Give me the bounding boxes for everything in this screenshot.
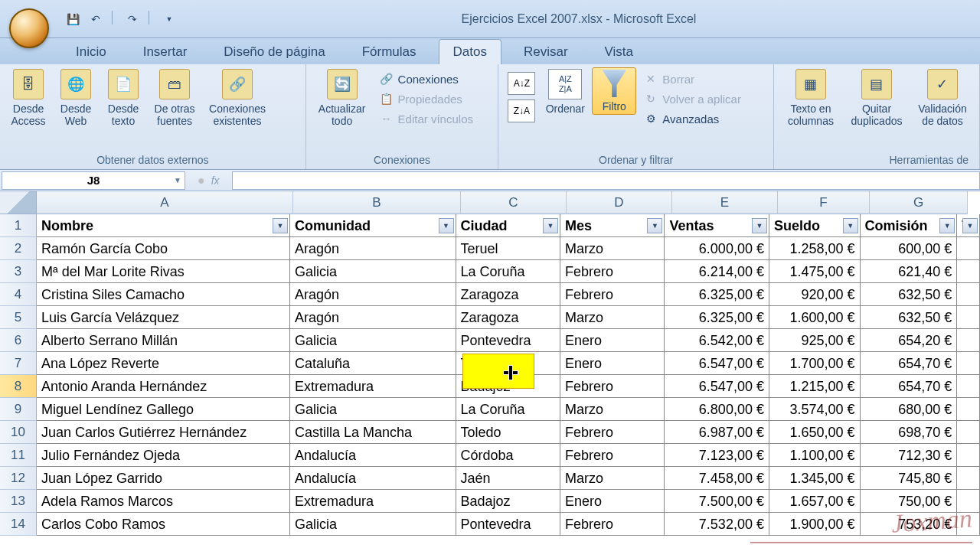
row-header[interactable]: 2 — [0, 237, 37, 260]
data-cell[interactable]: Andalucía — [290, 467, 456, 490]
data-cell[interactable]: Castilla La Mancha — [290, 421, 456, 444]
data-cell[interactable] — [957, 513, 980, 536]
data-cell[interactable] — [957, 490, 980, 513]
data-cell[interactable]: Marzo — [560, 467, 665, 490]
data-cell[interactable] — [957, 306, 980, 329]
tab-vista[interactable]: Vista — [590, 39, 648, 64]
column-header-cell[interactable]: T▼ — [957, 214, 980, 237]
col-header-b[interactable]: B — [293, 191, 461, 214]
data-cell[interactable]: 1.345,00 € — [769, 467, 861, 490]
data-cell[interactable] — [957, 421, 980, 444]
data-cell[interactable]: 7.123,00 € — [665, 444, 769, 467]
col-header-g[interactable]: G — [870, 191, 968, 214]
data-cell[interactable]: 750,00 € — [861, 490, 958, 513]
data-cell[interactable]: 1.475,00 € — [769, 260, 861, 283]
data-cell[interactable]: Luis García Velázquez — [37, 306, 290, 329]
data-cell[interactable]: Enero — [560, 352, 665, 375]
data-cell[interactable]: Julio Fernández Ojeda — [37, 444, 290, 467]
row-header[interactable]: 11 — [0, 444, 37, 467]
data-cell[interactable]: 654,20 € — [861, 329, 958, 352]
col-header-c[interactable]: C — [461, 191, 567, 214]
data-cell[interactable]: 654,70 € — [861, 352, 958, 375]
fx-icon[interactable]: fx — [211, 174, 220, 187]
data-cell[interactable]: 7.532,00 € — [665, 513, 769, 536]
row-header[interactable]: 12 — [0, 467, 37, 490]
save-icon[interactable]: 💾 — [64, 11, 81, 28]
row-header[interactable]: 14 — [0, 513, 37, 536]
data-cell[interactable]: 753,20 € — [861, 513, 958, 536]
data-cell[interactable]: Juan Carlos Gutiérrez Hernández — [37, 421, 290, 444]
connections-button[interactable]: 🔗Conexiones — [377, 70, 476, 87]
from-web-button[interactable]: 🌐Desde Web — [54, 67, 98, 129]
refresh-all-button[interactable]: 🔄Actualizar todo — [312, 67, 372, 129]
data-cell[interactable]: Antonio Aranda Hernández — [37, 375, 290, 398]
data-cell[interactable]: Badajoz — [456, 375, 560, 398]
data-cell[interactable] — [957, 237, 980, 260]
column-header-cell[interactable]: Nombre▼ — [37, 214, 290, 237]
advanced-filter-button[interactable]: ⚙Avanzadas — [641, 110, 744, 127]
filter-dropdown-button[interactable]: ▼ — [962, 218, 978, 233]
undo-icon[interactable]: ↶ — [87, 11, 104, 28]
data-cell[interactable]: 1.650,00 € — [769, 421, 861, 444]
data-cell[interactable]: Aragón — [290, 237, 456, 260]
row-header[interactable]: 13 — [0, 490, 37, 513]
office-button[interactable] — [9, 8, 49, 48]
data-cell[interactable]: Ramón García Cobo — [37, 237, 290, 260]
dropdown-icon[interactable]: ▼ — [174, 176, 181, 184]
data-cell[interactable]: 698,70 € — [861, 421, 958, 444]
data-cell[interactable]: 632,50 € — [861, 283, 958, 306]
data-cell[interactable]: 3.574,00 € — [769, 398, 861, 421]
column-header-cell[interactable]: Sueldo▼ — [769, 214, 861, 237]
data-cell[interactable]: Juan López Garrido — [37, 467, 290, 490]
tab-datos[interactable]: Datos — [439, 39, 501, 64]
tab-insertar[interactable]: Insertar — [129, 39, 202, 64]
row-header[interactable]: 10 — [0, 421, 37, 444]
data-cell[interactable]: Extremadura — [290, 375, 456, 398]
data-cell[interactable] — [957, 467, 980, 490]
name-box[interactable]: J8 ▼ — [2, 171, 185, 190]
row-header[interactable]: 6 — [0, 329, 37, 352]
data-cell[interactable]: 632,50 € — [861, 306, 958, 329]
data-cell[interactable]: Tarragona — [456, 352, 560, 375]
data-cell[interactable]: Jaén — [456, 467, 560, 490]
data-cell[interactable]: La Coruña — [456, 398, 560, 421]
data-cell[interactable] — [957, 283, 980, 306]
sort-asc-button[interactable]: A↓Z — [508, 72, 535, 95]
filter-button[interactable]: Filtro — [592, 67, 636, 115]
data-cell[interactable]: 920,00 € — [769, 283, 861, 306]
data-cell[interactable]: 6.325,00 € — [665, 306, 769, 329]
filter-dropdown-button[interactable]: ▼ — [752, 218, 767, 233]
data-cell[interactable]: Aragón — [290, 283, 456, 306]
col-header-f[interactable]: F — [778, 191, 870, 214]
data-cell[interactable]: Andalucía — [290, 444, 456, 467]
data-cell[interactable]: 654,70 € — [861, 375, 958, 398]
data-cell[interactable]: 1.700,00 € — [769, 352, 861, 375]
remove-duplicates-button[interactable]: ▤Quitar duplicados — [844, 67, 909, 129]
filter-dropdown-button[interactable]: ▼ — [939, 218, 955, 233]
filter-dropdown-button[interactable]: ▼ — [273, 218, 288, 233]
data-cell[interactable]: Cataluña — [290, 352, 456, 375]
data-cell[interactable]: Febrero — [560, 260, 665, 283]
data-cell[interactable]: 600,00 € — [861, 237, 958, 260]
column-header-cell[interactable]: Comunidad▼ — [290, 214, 456, 237]
formula-input[interactable] — [232, 171, 980, 190]
data-cell[interactable]: La Coruña — [456, 260, 560, 283]
from-other-sources-button[interactable]: 🗃De otras fuentes — [149, 67, 201, 129]
data-cell[interactable]: 7.500,00 € — [665, 490, 769, 513]
data-cell[interactable]: Alberto Serrano Millán — [37, 329, 290, 352]
data-cell[interactable]: 6.547,00 € — [665, 352, 769, 375]
data-cell[interactable]: Febrero — [560, 375, 665, 398]
data-cell[interactable] — [957, 352, 980, 375]
data-cell[interactable]: Marzo — [560, 306, 665, 329]
data-cell[interactable]: Pontevedra — [456, 329, 560, 352]
data-cell[interactable]: Toledo — [456, 421, 560, 444]
data-cell[interactable]: 6.214,00 € — [665, 260, 769, 283]
data-cell[interactable]: 745,80 € — [861, 467, 958, 490]
row-header[interactable]: 9 — [0, 398, 37, 421]
sort-desc-button[interactable]: Z↓A — [508, 99, 535, 122]
data-cell[interactable]: 7.458,00 € — [665, 467, 769, 490]
data-cell[interactable]: Enero — [560, 329, 665, 352]
filter-dropdown-button[interactable]: ▼ — [647, 218, 662, 233]
row-header[interactable]: 8 — [0, 375, 37, 398]
data-cell[interactable]: 6.542,00 € — [665, 329, 769, 352]
